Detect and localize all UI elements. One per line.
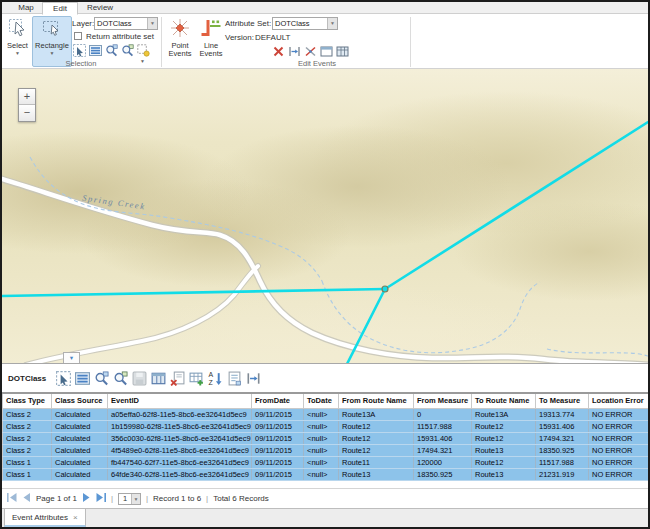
table-cell[interactable]: 09/11/2015 xyxy=(252,420,304,432)
table-cell[interactable]: 09/11/2015 xyxy=(252,468,304,480)
table-cell[interactable]: Route13A xyxy=(339,408,414,420)
table-cell[interactable]: Calculated xyxy=(52,468,108,480)
table-cell[interactable]: 09/11/2015 xyxy=(252,456,304,468)
selection-list-icon[interactable] xyxy=(89,44,102,59)
page-number-dropdown[interactable]: 1 ▼ xyxy=(118,493,141,505)
table-cell[interactable]: 18350.925 xyxy=(414,468,472,480)
table-cell[interactable]: 09/11/2015 xyxy=(252,432,304,444)
table-cell[interactable]: 120000 xyxy=(414,456,472,468)
table-cell[interactable]: NO ERROR xyxy=(589,456,649,468)
table-cell[interactable]: 17494.321 xyxy=(414,444,472,456)
table-cell[interactable]: <null> xyxy=(304,432,339,444)
switch-table-view-icon[interactable] xyxy=(151,371,166,386)
table-cell[interactable]: Route11 xyxy=(339,456,414,468)
close-tab-icon[interactable]: × xyxy=(73,513,78,522)
next-page-button[interactable] xyxy=(82,493,91,504)
table-cell[interactable]: Route12 xyxy=(472,456,536,468)
table-cell[interactable]: Class 2 xyxy=(3,420,52,432)
tab-map[interactable]: Map xyxy=(8,2,44,14)
event-attributes-window-icon[interactable] xyxy=(320,45,333,60)
sort-icon[interactable]: AZ xyxy=(208,371,223,386)
pan-to-selection-icon[interactable] xyxy=(121,44,134,59)
table-cell[interactable]: <null> xyxy=(304,420,339,432)
select-dropdown-icon[interactable]: ▼ xyxy=(15,50,20,56)
tab-event-attributes[interactable]: Event Attributes × xyxy=(4,509,86,527)
table-cell[interactable]: <null> xyxy=(304,408,339,420)
zoom-in-button[interactable]: + xyxy=(19,89,35,105)
table-cell[interactable]: 15931.406 xyxy=(536,420,589,432)
table-cell[interactable]: 356c0030-62f8-11e5-8bc6-ee32641d5ec9 xyxy=(108,432,252,444)
rectangle-dropdown-icon[interactable]: ▼ xyxy=(50,50,55,56)
table-cell[interactable]: Route13 xyxy=(472,444,536,456)
table-select-icon[interactable] xyxy=(56,371,71,386)
column-header[interactable]: To Route Name xyxy=(472,393,536,408)
column-header[interactable]: To Measure xyxy=(536,393,589,408)
table-row[interactable]: Class 1Calculated64fde340-62f8-11e5-8bc6… xyxy=(3,468,649,480)
table-cell[interactable]: <null> xyxy=(304,468,339,480)
table-cell[interactable]: Calculated xyxy=(52,408,108,420)
table-cell[interactable]: 4f5489e0-62f8-11e5-8bc6-ee32641d5ec9 xyxy=(108,444,252,456)
add-record-icon[interactable] xyxy=(189,371,204,386)
delete-event-icon[interactable] xyxy=(272,45,285,60)
last-page-button[interactable] xyxy=(96,493,106,504)
table-split-event-icon[interactable] xyxy=(246,371,261,386)
zoom-out-button[interactable]: − xyxy=(19,105,35,121)
table-list-icon[interactable] xyxy=(75,371,90,386)
table-cell[interactable]: Class 2 xyxy=(3,408,52,420)
table-cell[interactable]: 17494.321 xyxy=(536,432,589,444)
table-cell[interactable]: <null> xyxy=(304,444,339,456)
table-cell[interactable]: 1b159980-62f8-11e5-8bc6-ee32641d5ec9 xyxy=(108,420,252,432)
table-cell[interactable]: 0 xyxy=(414,408,472,420)
table-row[interactable]: Class 1Calculatedfb447540-62f7-11e5-8bc6… xyxy=(3,456,649,468)
save-icon[interactable] xyxy=(132,371,147,386)
return-attribute-set-checkbox[interactable] xyxy=(74,32,82,40)
table-cell[interactable]: Route12 xyxy=(472,432,536,444)
table-cell[interactable]: Calculated xyxy=(52,456,108,468)
map-canvas[interactable]: Spring Creek + − ▼ xyxy=(2,69,648,364)
attribute-set-dropdown-arrow-icon[interactable]: ▼ xyxy=(327,18,337,29)
column-header[interactable]: EventID xyxy=(108,393,252,408)
delete-record-icon[interactable] xyxy=(170,371,185,386)
zoom-to-selection-icon[interactable] xyxy=(105,44,118,59)
attribute-set-dropdown[interactable]: DOTClass ▼ xyxy=(272,17,338,30)
table-cell[interactable]: 64fde340-62f8-11e5-8bc6-ee32641d5ec9 xyxy=(108,468,252,480)
table-cell[interactable]: 18350.925 xyxy=(536,444,589,456)
table-cell[interactable]: Route12 xyxy=(339,432,414,444)
table-cell[interactable]: Route12 xyxy=(339,420,414,432)
table-cell[interactable]: Calculated xyxy=(52,420,108,432)
table-cell[interactable]: Class 2 xyxy=(3,432,52,444)
table-cell[interactable]: Class 1 xyxy=(3,456,52,468)
clear-selection-icon[interactable] xyxy=(137,44,150,59)
table-cell[interactable]: Calculated xyxy=(52,432,108,444)
column-header[interactable]: ToDate xyxy=(304,393,339,408)
column-header[interactable]: From Measure xyxy=(414,393,472,408)
table-cell[interactable]: NO ERROR xyxy=(589,468,649,480)
table-cell[interactable]: Calculated xyxy=(52,444,108,456)
prev-page-button[interactable] xyxy=(22,493,31,504)
tab-review[interactable]: Review xyxy=(80,2,120,14)
column-header[interactable]: Class Source xyxy=(52,393,108,408)
table-cell[interactable]: Route12 xyxy=(472,420,536,432)
table-cell[interactable]: NO ERROR xyxy=(589,444,649,456)
table-cell[interactable]: 15931.406 xyxy=(414,432,472,444)
table-cell[interactable]: Class 2 xyxy=(3,444,52,456)
first-page-button[interactable] xyxy=(7,493,17,504)
table-cell[interactable]: 21231.919 xyxy=(536,468,589,480)
table-cell[interactable]: NO ERROR xyxy=(589,432,649,444)
panel-collapse-button[interactable]: ▼ xyxy=(63,352,80,364)
table-cell[interactable]: Route13A xyxy=(472,408,536,420)
table-cell[interactable]: 19313.774 xyxy=(536,408,589,420)
table-cell[interactable]: Route13 xyxy=(472,468,536,480)
table-cell[interactable]: NO ERROR xyxy=(589,420,649,432)
merge-events-icon[interactable] xyxy=(304,45,317,60)
table-cell[interactable]: 09/11/2015 xyxy=(252,444,304,456)
form-view-icon[interactable] xyxy=(227,371,242,386)
line-events-button[interactable]: Line Events xyxy=(196,16,226,67)
table-cell[interactable]: 11517.988 xyxy=(414,420,472,432)
table-cell[interactable]: NO ERROR xyxy=(589,408,649,420)
column-header[interactable]: From Route Name xyxy=(339,393,414,408)
table-row[interactable]: Class 2Calculated1b159980-62f8-11e5-8bc6… xyxy=(3,420,649,432)
table-row[interactable]: Class 2Calculated4f5489e0-62f8-11e5-8bc6… xyxy=(3,444,649,456)
column-header[interactable]: Location Error xyxy=(589,393,649,408)
table-cell[interactable]: 09/11/2015 xyxy=(252,408,304,420)
